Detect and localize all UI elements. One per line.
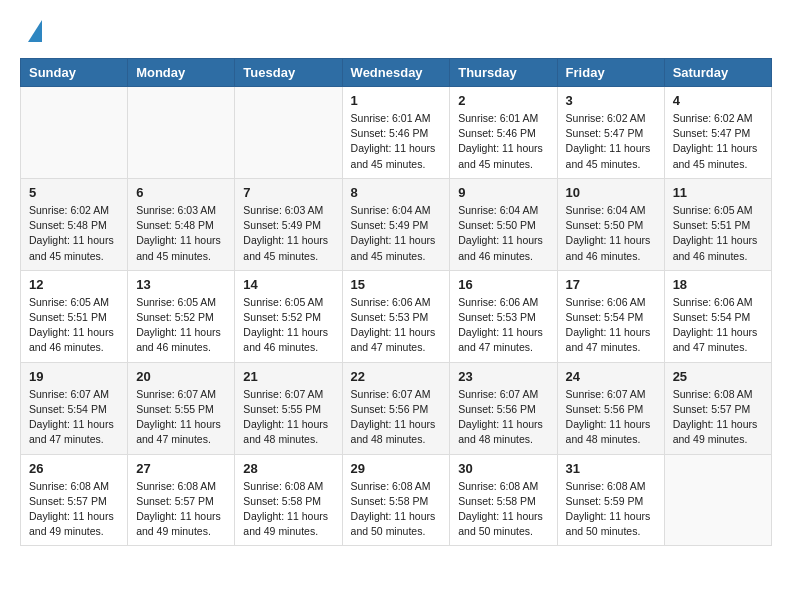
calendar-cell: 27Sunrise: 6:08 AM Sunset: 5:57 PM Dayli…	[128, 454, 235, 546]
day-info: Sunrise: 6:06 AM Sunset: 5:53 PM Dayligh…	[458, 295, 548, 356]
calendar-cell: 26Sunrise: 6:08 AM Sunset: 5:57 PM Dayli…	[21, 454, 128, 546]
day-info: Sunrise: 6:03 AM Sunset: 5:49 PM Dayligh…	[243, 203, 333, 264]
day-info: Sunrise: 6:04 AM Sunset: 5:50 PM Dayligh…	[566, 203, 656, 264]
calendar-cell: 9Sunrise: 6:04 AM Sunset: 5:50 PM Daylig…	[450, 178, 557, 270]
calendar-week-4: 19Sunrise: 6:07 AM Sunset: 5:54 PM Dayli…	[21, 362, 772, 454]
col-header-thursday: Thursday	[450, 59, 557, 87]
calendar-cell	[128, 87, 235, 179]
day-number: 4	[673, 93, 763, 108]
day-info: Sunrise: 6:04 AM Sunset: 5:50 PM Dayligh…	[458, 203, 548, 264]
calendar-cell: 1Sunrise: 6:01 AM Sunset: 5:46 PM Daylig…	[342, 87, 450, 179]
day-info: Sunrise: 6:08 AM Sunset: 5:58 PM Dayligh…	[243, 479, 333, 540]
day-number: 26	[29, 461, 119, 476]
col-header-friday: Friday	[557, 59, 664, 87]
day-info: Sunrise: 6:04 AM Sunset: 5:49 PM Dayligh…	[351, 203, 442, 264]
day-info: Sunrise: 6:02 AM Sunset: 5:48 PM Dayligh…	[29, 203, 119, 264]
day-info: Sunrise: 6:05 AM Sunset: 5:52 PM Dayligh…	[136, 295, 226, 356]
calendar-cell: 17Sunrise: 6:06 AM Sunset: 5:54 PM Dayli…	[557, 270, 664, 362]
day-info: Sunrise: 6:06 AM Sunset: 5:53 PM Dayligh…	[351, 295, 442, 356]
calendar-cell: 14Sunrise: 6:05 AM Sunset: 5:52 PM Dayli…	[235, 270, 342, 362]
day-info: Sunrise: 6:03 AM Sunset: 5:48 PM Dayligh…	[136, 203, 226, 264]
calendar-cell: 18Sunrise: 6:06 AM Sunset: 5:54 PM Dayli…	[664, 270, 771, 362]
day-number: 22	[351, 369, 442, 384]
day-number: 27	[136, 461, 226, 476]
day-number: 24	[566, 369, 656, 384]
calendar-cell	[235, 87, 342, 179]
day-number: 13	[136, 277, 226, 292]
calendar-cell: 23Sunrise: 6:07 AM Sunset: 5:56 PM Dayli…	[450, 362, 557, 454]
day-number: 12	[29, 277, 119, 292]
calendar-cell: 4Sunrise: 6:02 AM Sunset: 5:47 PM Daylig…	[664, 87, 771, 179]
day-number: 29	[351, 461, 442, 476]
calendar-cell: 24Sunrise: 6:07 AM Sunset: 5:56 PM Dayli…	[557, 362, 664, 454]
calendar-cell: 22Sunrise: 6:07 AM Sunset: 5:56 PM Dayli…	[342, 362, 450, 454]
calendar-week-5: 26Sunrise: 6:08 AM Sunset: 5:57 PM Dayli…	[21, 454, 772, 546]
day-info: Sunrise: 6:01 AM Sunset: 5:46 PM Dayligh…	[351, 111, 442, 172]
day-info: Sunrise: 6:08 AM Sunset: 5:57 PM Dayligh…	[29, 479, 119, 540]
day-number: 9	[458, 185, 548, 200]
day-number: 14	[243, 277, 333, 292]
day-info: Sunrise: 6:05 AM Sunset: 5:51 PM Dayligh…	[673, 203, 763, 264]
day-number: 16	[458, 277, 548, 292]
calendar-week-3: 12Sunrise: 6:05 AM Sunset: 5:51 PM Dayli…	[21, 270, 772, 362]
day-number: 19	[29, 369, 119, 384]
day-number: 23	[458, 369, 548, 384]
calendar-cell: 25Sunrise: 6:08 AM Sunset: 5:57 PM Dayli…	[664, 362, 771, 454]
day-info: Sunrise: 6:07 AM Sunset: 5:56 PM Dayligh…	[458, 387, 548, 448]
day-number: 2	[458, 93, 548, 108]
calendar-cell: 19Sunrise: 6:07 AM Sunset: 5:54 PM Dayli…	[21, 362, 128, 454]
day-number: 25	[673, 369, 763, 384]
calendar-week-1: 1Sunrise: 6:01 AM Sunset: 5:46 PM Daylig…	[21, 87, 772, 179]
day-info: Sunrise: 6:08 AM Sunset: 5:58 PM Dayligh…	[458, 479, 548, 540]
day-number: 21	[243, 369, 333, 384]
day-number: 17	[566, 277, 656, 292]
calendar-cell: 10Sunrise: 6:04 AM Sunset: 5:50 PM Dayli…	[557, 178, 664, 270]
calendar-cell: 8Sunrise: 6:04 AM Sunset: 5:49 PM Daylig…	[342, 178, 450, 270]
calendar-header-row: SundayMondayTuesdayWednesdayThursdayFrid…	[21, 59, 772, 87]
calendar-cell	[664, 454, 771, 546]
calendar-cell: 20Sunrise: 6:07 AM Sunset: 5:55 PM Dayli…	[128, 362, 235, 454]
day-number: 31	[566, 461, 656, 476]
calendar-cell: 16Sunrise: 6:06 AM Sunset: 5:53 PM Dayli…	[450, 270, 557, 362]
day-number: 15	[351, 277, 442, 292]
day-info: Sunrise: 6:05 AM Sunset: 5:51 PM Dayligh…	[29, 295, 119, 356]
calendar-cell: 29Sunrise: 6:08 AM Sunset: 5:58 PM Dayli…	[342, 454, 450, 546]
day-number: 7	[243, 185, 333, 200]
day-info: Sunrise: 6:08 AM Sunset: 5:58 PM Dayligh…	[351, 479, 442, 540]
logo	[20, 20, 42, 42]
calendar-cell: 6Sunrise: 6:03 AM Sunset: 5:48 PM Daylig…	[128, 178, 235, 270]
calendar-cell: 31Sunrise: 6:08 AM Sunset: 5:59 PM Dayli…	[557, 454, 664, 546]
day-number: 5	[29, 185, 119, 200]
day-number: 3	[566, 93, 656, 108]
day-info: Sunrise: 6:06 AM Sunset: 5:54 PM Dayligh…	[673, 295, 763, 356]
day-info: Sunrise: 6:02 AM Sunset: 5:47 PM Dayligh…	[673, 111, 763, 172]
day-number: 20	[136, 369, 226, 384]
day-info: Sunrise: 6:07 AM Sunset: 5:56 PM Dayligh…	[566, 387, 656, 448]
day-info: Sunrise: 6:07 AM Sunset: 5:55 PM Dayligh…	[136, 387, 226, 448]
day-info: Sunrise: 6:02 AM Sunset: 5:47 PM Dayligh…	[566, 111, 656, 172]
page-header	[20, 20, 772, 42]
calendar-cell: 15Sunrise: 6:06 AM Sunset: 5:53 PM Dayli…	[342, 270, 450, 362]
col-header-sunday: Sunday	[21, 59, 128, 87]
calendar-table: SundayMondayTuesdayWednesdayThursdayFrid…	[20, 58, 772, 546]
calendar-cell: 11Sunrise: 6:05 AM Sunset: 5:51 PM Dayli…	[664, 178, 771, 270]
calendar-cell: 28Sunrise: 6:08 AM Sunset: 5:58 PM Dayli…	[235, 454, 342, 546]
calendar-cell: 13Sunrise: 6:05 AM Sunset: 5:52 PM Dayli…	[128, 270, 235, 362]
day-info: Sunrise: 6:07 AM Sunset: 5:55 PM Dayligh…	[243, 387, 333, 448]
day-info: Sunrise: 6:07 AM Sunset: 5:54 PM Dayligh…	[29, 387, 119, 448]
day-number: 11	[673, 185, 763, 200]
day-info: Sunrise: 6:08 AM Sunset: 5:57 PM Dayligh…	[673, 387, 763, 448]
day-number: 18	[673, 277, 763, 292]
calendar-cell: 30Sunrise: 6:08 AM Sunset: 5:58 PM Dayli…	[450, 454, 557, 546]
calendar-week-2: 5Sunrise: 6:02 AM Sunset: 5:48 PM Daylig…	[21, 178, 772, 270]
day-info: Sunrise: 6:08 AM Sunset: 5:57 PM Dayligh…	[136, 479, 226, 540]
col-header-tuesday: Tuesday	[235, 59, 342, 87]
day-info: Sunrise: 6:07 AM Sunset: 5:56 PM Dayligh…	[351, 387, 442, 448]
calendar-cell	[21, 87, 128, 179]
calendar-cell: 12Sunrise: 6:05 AM Sunset: 5:51 PM Dayli…	[21, 270, 128, 362]
day-info: Sunrise: 6:06 AM Sunset: 5:54 PM Dayligh…	[566, 295, 656, 356]
day-number: 30	[458, 461, 548, 476]
day-number: 10	[566, 185, 656, 200]
day-info: Sunrise: 6:05 AM Sunset: 5:52 PM Dayligh…	[243, 295, 333, 356]
day-number: 1	[351, 93, 442, 108]
